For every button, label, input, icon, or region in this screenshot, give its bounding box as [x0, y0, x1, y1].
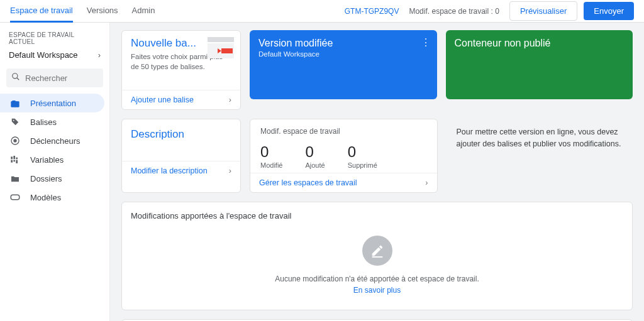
nav-folders[interactable]: Dossiers: [0, 169, 104, 188]
chevron-right-icon: ›: [98, 50, 101, 60]
workspace-changes-count: Modif. espace de travail : 0: [409, 7, 499, 16]
stats-header: Modif. espace de travail: [260, 127, 427, 136]
svg-rect-9: [11, 160, 13, 163]
manage-workspaces-action[interactable]: Gérer les espaces de travail ›: [250, 173, 437, 192]
svg-rect-10: [13, 160, 15, 162]
stat-num: 0: [348, 143, 377, 161]
workspace-name: Default Workspace: [9, 50, 78, 60]
svg-rect-8: [16, 158, 18, 160]
stat-added: 0 Ajouté: [305, 143, 325, 169]
nav-templates[interactable]: Modèles: [0, 188, 104, 207]
chevron-right-icon: ›: [229, 95, 231, 104]
edit-description-action[interactable]: Modifier la description ›: [122, 161, 240, 180]
edit-icon: [362, 236, 392, 266]
empty-state: Aucune modification n'a été apportée à c…: [131, 220, 623, 301]
workspace-selector[interactable]: Default Workspace ›: [0, 46, 109, 66]
tab-admin[interactable]: Admin: [132, 0, 155, 22]
modifications-title: Modifications apportées à l'espace de tr…: [131, 211, 623, 220]
search-icon: [11, 72, 25, 84]
new-tag-card: Nouvelle ba... Faites votre choix parmi …: [121, 30, 241, 110]
templates-icon: [9, 192, 21, 202]
svg-rect-6: [11, 156, 13, 159]
nav-tags[interactable]: Balises: [0, 112, 104, 131]
nav-label: Dossiers: [30, 174, 62, 183]
stat-num: 0: [260, 143, 282, 161]
stat-modified: 0 Modifié: [260, 143, 282, 169]
stat-deleted: 0 Supprimé: [348, 143, 377, 169]
workspace-stats-card: Modif. espace de travail 0 Modifié 0 Ajo…: [250, 119, 438, 193]
modifications-card: Modifications apportées à l'espace de tr…: [121, 202, 633, 310]
svg-rect-15: [221, 48, 233, 53]
description-card: Description Modifier la description ›: [121, 119, 241, 193]
edit-description-label: Modifier la description: [131, 166, 208, 175]
manage-workspaces-label: Gérer les espaces de travail: [259, 178, 357, 187]
version-title: Version modifiée: [258, 38, 428, 49]
submit-button[interactable]: Envoyer: [584, 2, 634, 20]
workspace-header-label: ESPACE DE TRAVAIL ACTUEL: [0, 28, 109, 46]
learn-more-link[interactable]: En savoir plus: [353, 286, 401, 295]
search-input[interactable]: [25, 73, 98, 83]
container-title: Conteneur non publié: [455, 38, 625, 49]
tab-workspace[interactable]: Espace de travail: [10, 0, 73, 23]
container-tile[interactable]: Conteneur non publié: [446, 30, 633, 99]
top-tabs: Espace de travail Versions Admin: [10, 0, 155, 22]
sidebar: ESPACE DE TRAVAIL ACTUEL Default Workspa…: [0, 23, 110, 321]
nav-triggers[interactable]: Déclencheurs: [0, 131, 104, 150]
stat-label: Ajouté: [305, 161, 325, 169]
tab-versions[interactable]: Versions: [87, 0, 118, 22]
chevron-right-icon: ›: [425, 178, 428, 187]
stat-num: 0: [305, 143, 325, 161]
publish-hint-card: Pour mettre cette version en ligne, vous…: [447, 119, 633, 193]
chevron-right-icon: ›: [229, 166, 231, 175]
overview-icon: [9, 98, 21, 108]
add-tag-label: Ajouter une balise: [131, 95, 194, 104]
add-tag-action[interactable]: Ajouter une balise ›: [122, 90, 240, 109]
nav-variables[interactable]: Variables: [0, 150, 104, 169]
version-subtitle: Default Workspace: [258, 50, 428, 58]
stat-label: Supprimé: [348, 161, 377, 169]
publish-hint-text: Pour mettre cette version en ligne, vous…: [447, 119, 633, 158]
tag-thumbnail-icon: [208, 37, 234, 58]
folder-icon: [9, 173, 21, 183]
nav-label: Balises: [30, 117, 57, 127]
svg-point-5: [14, 139, 16, 142]
description-title: Description: [122, 119, 240, 161]
variables-icon: [9, 155, 21, 165]
search-field[interactable]: [6, 68, 103, 87]
preview-button[interactable]: Prévisualiser: [509, 1, 577, 21]
svg-rect-7: [13, 156, 15, 159]
nav-label: Présentation: [30, 99, 76, 108]
top-navbar: Espace de travail Versions Admin GTM-TGP…: [0, 0, 644, 23]
nav-label: Variables: [30, 155, 64, 165]
svg-rect-17: [372, 256, 382, 258]
version-tile[interactable]: Version modifiée Default Workspace ⋮: [250, 30, 437, 99]
content-area: Nouvelle ba... Faites votre choix parmi …: [110, 23, 644, 321]
nav-overview[interactable]: Présentation: [0, 94, 104, 112]
empty-state-text: Aucune modification n'a été apportée à c…: [275, 275, 479, 283]
stat-label: Modifié: [260, 161, 282, 169]
svg-point-0: [13, 73, 18, 79]
trigger-icon: [9, 136, 21, 146]
nav-label: Modèles: [30, 193, 61, 202]
svg-rect-13: [208, 37, 234, 42]
tag-icon: [9, 117, 21, 127]
sidebar-nav: Présentation Balises Déclencheurs Variab…: [0, 94, 109, 207]
kebab-menu-icon[interactable]: ⋮: [421, 36, 431, 48]
svg-rect-11: [16, 160, 18, 163]
svg-rect-2: [11, 101, 19, 107]
svg-point-3: [13, 120, 14, 121]
svg-rect-12: [11, 195, 19, 200]
nav-label: Déclencheurs: [30, 136, 80, 146]
svg-line-1: [17, 78, 19, 80]
container-id-link[interactable]: GTM-TGPZ9QV: [345, 7, 399, 16]
